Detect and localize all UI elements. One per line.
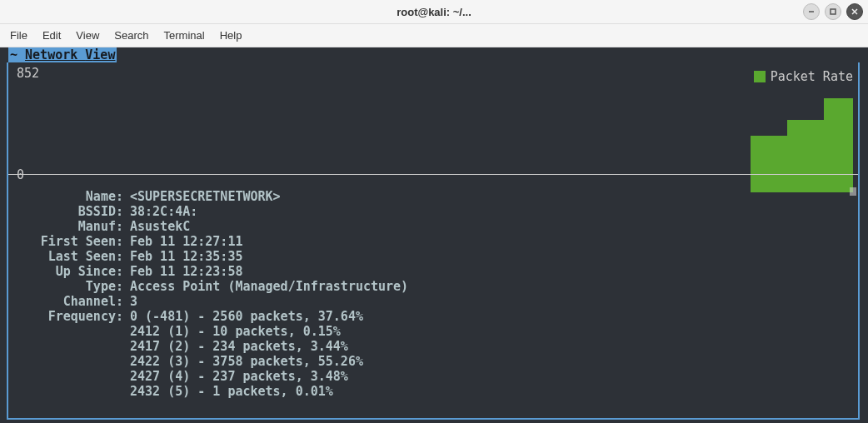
menu-help[interactable]: Help <box>213 26 249 45</box>
menu-terminal[interactable]: Terminal <box>157 26 212 45</box>
tui-header-prefix: ~ <box>10 47 25 62</box>
close-button[interactable] <box>846 3 863 20</box>
detail-frequency-sub-4: 2432 (5) - 1 packets, 0.01% <box>10 384 858 399</box>
detail-first-seen: First Seen:Feb 11 12:27:11 <box>10 234 858 249</box>
detail-frequency-sub-1: 2417 (2) - 234 packets, 3.44% <box>10 339 858 354</box>
tui-header: ~ Network View <box>8 47 117 62</box>
svg-rect-1 <box>831 9 836 14</box>
detail-frequency-sub-2: 2422 (3) - 3758 packets, 55.26% <box>10 354 858 369</box>
detail-manuf: Manuf:AsustekC <box>10 219 858 234</box>
menubar: File Edit View Search Terminal Help <box>0 24 868 47</box>
tui-header-network: Network <box>25 47 85 62</box>
application-window: root@kali: ~/... File Edit View Search T… <box>0 0 868 423</box>
chart-bars <box>751 98 853 192</box>
legend-label: Packet Rate <box>771 69 853 84</box>
window-controls <box>803 3 863 20</box>
detail-channel: Channel:3 <box>10 294 858 309</box>
titlebar: root@kali: ~/... <box>0 0 868 24</box>
detail-type: Type:Access Point (Managed/Infrastructur… <box>10 279 858 294</box>
chart-baseline <box>8 174 858 175</box>
network-details: Name:<SUPERSECRETNETWORK> BSSID:38:2C:4A… <box>10 189 858 399</box>
chart-bar-0 <box>751 136 787 192</box>
chart-zero-label: 0 <box>17 167 24 182</box>
chart-bar-2 <box>824 98 853 192</box>
detail-name: Name:<SUPERSECRETNETWORK> <box>10 189 858 204</box>
window-title: root@kali: ~/... <box>7 6 861 18</box>
maximize-button[interactable] <box>825 3 841 20</box>
chart-bar-1 <box>787 120 824 192</box>
detail-up-since: Up Since:Feb 11 12:23:58 <box>10 264 858 279</box>
menu-view[interactable]: View <box>69 26 106 45</box>
chart-legend: Packet Rate <box>754 69 853 84</box>
detail-bssid: BSSID:38:2C:4A: <box>10 204 858 219</box>
tui-header-view: View <box>85 47 115 62</box>
menu-edit[interactable]: Edit <box>36 26 67 45</box>
detail-last-seen: Last Seen:Feb 11 12:35:35 <box>10 249 858 264</box>
menu-file[interactable]: File <box>3 26 34 45</box>
detail-frequency: Frequency:0 (-481) - 2560 packets, 37.64… <box>10 309 858 324</box>
minimize-button[interactable] <box>803 3 820 20</box>
legend-swatch-icon <box>754 71 766 82</box>
detail-frequency-sub-0: 2412 (1) - 10 packets, 0.15% <box>10 324 858 339</box>
detail-frequency-sub-3: 2427 (4) - 237 packets, 3.48% <box>10 369 858 384</box>
terminal-viewport[interactable]: ~ Network View 852 Packet Rate 0 Name:<S… <box>0 47 868 423</box>
menu-search[interactable]: Search <box>107 26 155 45</box>
